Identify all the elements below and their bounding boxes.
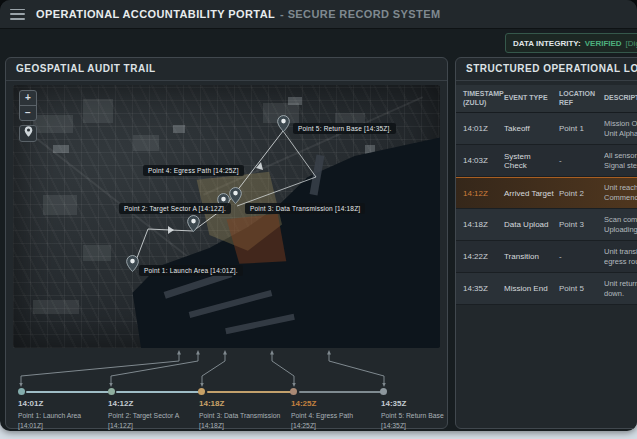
row-location: Point 1 bbox=[559, 124, 604, 133]
timeline-node-1[interactable] bbox=[18, 388, 25, 395]
row-event: Takeoff bbox=[504, 124, 559, 133]
zoom-out-button[interactable]: − bbox=[20, 105, 36, 120]
row-description: Scan compUploading bbox=[604, 215, 637, 235]
table-row[interactable]: 14:22Z Transition - Unit transitegress r… bbox=[456, 241, 637, 273]
app-header: OPERATIONAL ACCOUNTABILITY PORTAL - SECU… bbox=[0, 0, 637, 29]
map-marker-label-point-1: Point 1: Launch Area [14:01Z]. bbox=[139, 265, 243, 276]
row-event: Arrived Target bbox=[504, 189, 559, 198]
row-description: Mission OnUnit Alpha- bbox=[604, 119, 637, 139]
integrity-status: VERIFIED bbox=[585, 39, 622, 48]
timeline-time-4: 14:25Z bbox=[291, 399, 316, 408]
timeline-segment-3 bbox=[207, 391, 292, 393]
map-marker-label-point-4: Point 4: Egress Path [14:25Z] bbox=[143, 165, 244, 176]
geospatial-panel: GEOSPATIAL AUDIT TRAIL bbox=[5, 57, 448, 429]
row-location: - bbox=[559, 252, 604, 261]
row-description: Unit reacheCommenci bbox=[604, 183, 637, 203]
map-marker-label-point-5: Point 5: Return Base [14:35Z]. bbox=[293, 123, 396, 134]
timeline-node-5[interactable] bbox=[380, 388, 387, 395]
row-timestamp: 14:01Z bbox=[463, 124, 504, 133]
map-locate-control bbox=[19, 125, 37, 142]
timeline-time-1: 14:01Z bbox=[18, 399, 43, 408]
menu-icon[interactable] bbox=[10, 9, 25, 20]
row-event: Mission End bbox=[504, 284, 559, 293]
map-marker-label-point-3: Point 3: Data Transmission [14:18Z] bbox=[245, 203, 365, 214]
row-event: System Check bbox=[504, 152, 559, 170]
timeline-label-1: Point 1: Launch Area [14:01Z] bbox=[18, 411, 106, 430]
row-timestamp: 14:03Z bbox=[463, 156, 504, 165]
timeline-label-3: Point 3: Data Transmission [14:18Z] bbox=[199, 411, 287, 430]
column-header-event-type: EVENT TYPE bbox=[504, 94, 559, 102]
operational-log-title: STRUCTURED OPERATIONAL LOG bbox=[456, 58, 637, 81]
timeline-label-4: Point 4: Egress Path [14:25Z] bbox=[291, 411, 379, 430]
row-location: Point 3 bbox=[559, 220, 604, 229]
map-pin-point-4[interactable] bbox=[229, 187, 242, 204]
zoom-in-button[interactable]: + bbox=[20, 91, 36, 105]
column-header-description: DESCRIPTION bbox=[604, 94, 637, 102]
row-description: Unit transitegress rout bbox=[604, 247, 637, 267]
row-description: All sensorsSignal stea bbox=[604, 151, 637, 171]
timeline-segment-1 bbox=[26, 391, 109, 393]
row-timestamp: 14:35Z bbox=[463, 284, 504, 293]
timeline-segment-4 bbox=[299, 391, 382, 393]
row-event: Data Upload bbox=[504, 220, 559, 229]
timeline-time-3: 14:18Z bbox=[199, 399, 224, 408]
app-window: OPERATIONAL ACCOUNTABILITY PORTAL - SECU… bbox=[0, 0, 637, 431]
timeline-label-2: Point 2: Target Sector A [14:12Z] bbox=[108, 411, 196, 430]
table-header-row: TIMESTAMP (ZULU) EVENT TYPE LOCATION REF… bbox=[456, 85, 637, 113]
operational-log-panel: STRUCTURED OPERATIONAL LOG TIMESTAMP (ZU… bbox=[455, 57, 637, 429]
map-zoom-control: + − bbox=[19, 90, 37, 121]
map-canvas[interactable]: Point 5: Return Base [14:35Z]. Point 4: … bbox=[13, 85, 440, 348]
timeline-node-2[interactable] bbox=[108, 388, 115, 395]
map-pin-point-1[interactable] bbox=[126, 255, 139, 272]
timeline-time-5: 14:35Z bbox=[381, 399, 406, 408]
timeline-node-4[interactable] bbox=[290, 388, 297, 395]
data-integrity-badge: DATA INTEGRITY: VERIFIED [Digital Sig bbox=[505, 33, 637, 53]
table-row[interactable]: 14:35Z Mission End Point 5 Unit returned… bbox=[456, 273, 637, 305]
timeline-node-3[interactable] bbox=[198, 388, 205, 395]
table-row[interactable]: 14:03Z System Check - All sensorsSignal … bbox=[456, 145, 637, 177]
page-subtitle: - SECURE RECORD SYSTEM bbox=[280, 8, 440, 20]
operational-log-table: TIMESTAMP (ZULU) EVENT TYPE LOCATION REF… bbox=[456, 85, 637, 305]
row-timestamp: 14:18Z bbox=[463, 220, 504, 229]
locate-button[interactable] bbox=[20, 126, 36, 141]
geospatial-panel-title: GEOSPATIAL AUDIT TRAIL bbox=[6, 58, 447, 81]
integrity-signature: [Digital Sig bbox=[626, 39, 637, 48]
location-pin-icon bbox=[24, 126, 33, 137]
timeline-time-2: 14:12Z bbox=[108, 399, 133, 408]
table-row-highlighted[interactable]: 14:12Z Arrived Target Point 2 Unit reach… bbox=[456, 177, 637, 209]
row-event: Transition bbox=[504, 252, 559, 261]
integrity-label: DATA INTEGRITY: bbox=[513, 39, 581, 48]
table-row[interactable]: 14:18Z Data Upload Point 3 Scan compUplo… bbox=[456, 209, 637, 241]
map-pin-point-5[interactable] bbox=[277, 115, 290, 132]
row-location: Point 5 bbox=[559, 284, 604, 293]
table-row[interactable]: 14:01Z Takeoff Point 1 Mission OnUnit Al… bbox=[456, 113, 637, 145]
page-title: OPERATIONAL ACCOUNTABILITY PORTAL bbox=[36, 8, 275, 20]
column-header-location: LOCATION REF bbox=[559, 90, 604, 107]
timeline-segment-2 bbox=[116, 391, 200, 393]
row-location: Point 2 bbox=[559, 189, 604, 198]
map-pin-point-2[interactable] bbox=[187, 215, 200, 232]
row-description: Unit returnedown. bbox=[604, 279, 637, 299]
row-timestamp: 14:22Z bbox=[463, 252, 504, 261]
map-marker-label-point-2: Point 2: Target Sector A [14:12Z]. bbox=[119, 203, 231, 214]
timeline-connectors bbox=[6, 348, 447, 391]
column-header-timestamp: TIMESTAMP (ZULU) bbox=[463, 90, 504, 107]
row-timestamp: 14:12Z bbox=[463, 189, 504, 198]
row-location: - bbox=[559, 156, 604, 165]
